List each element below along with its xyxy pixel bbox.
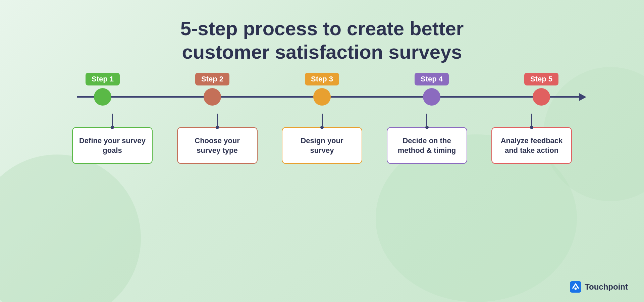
step-card-4: Decide on the method & timing — [387, 127, 467, 164]
step-circle-4 — [423, 88, 440, 106]
steps-row: Step 1Step 2Step 3Step 4Step 5 — [64, 87, 580, 107]
svg-rect-0 — [570, 281, 581, 293]
step-card-wrapper-4: Decide on the method & timing — [385, 114, 469, 164]
step-point-2: Step 2 — [204, 88, 221, 106]
step-point-1: Step 1 — [94, 88, 111, 106]
step-circle-5 — [533, 88, 550, 106]
step-card-2: Choose your survey type — [177, 127, 258, 164]
timeline-area: Step 1Step 2Step 3Step 4Step 5 Define yo… — [64, 87, 580, 164]
step-card-3: Design your survey — [282, 127, 362, 164]
step-card-wrapper-1: Define your survey goals — [70, 114, 154, 164]
step-point-4: Step 4 — [423, 88, 440, 106]
timeline-row: Step 1Step 2Step 3Step 4Step 5 — [64, 87, 580, 107]
svg-point-1 — [575, 288, 577, 290]
step-card-wrapper-2: Choose your survey type — [175, 114, 259, 164]
step-card-5: Analyze feedback and take action — [491, 127, 572, 164]
step-point-3: Step 3 — [313, 88, 331, 106]
cards-row: Define your survey goalsChoose your surv… — [64, 114, 580, 164]
step-point-5: Step 5 — [533, 88, 550, 106]
step-label-1: Step 1 — [86, 73, 120, 85]
connector-line-2 — [217, 114, 218, 127]
page-container: 5-step process to create better customer… — [0, 0, 644, 302]
step-card-wrapper-3: Design your survey — [280, 114, 364, 164]
step-circle-3 — [313, 88, 331, 106]
step-label-5: Step 5 — [524, 73, 558, 85]
step-card-1: Define your survey goals — [72, 127, 153, 164]
logo: Touchpoint — [570, 281, 628, 293]
logo-text: Touchpoint — [585, 282, 628, 292]
step-circle-1 — [94, 88, 111, 106]
step-label-2: Step 2 — [195, 73, 229, 85]
step-circle-2 — [204, 88, 221, 106]
page-title: 5-step process to create better customer… — [180, 17, 464, 63]
touchpoint-logo-icon — [570, 281, 581, 293]
connector-line-5 — [531, 114, 532, 127]
connector-line-1 — [112, 114, 113, 127]
step-label-4: Step 4 — [415, 73, 449, 85]
connector-line-4 — [426, 114, 427, 127]
step-label-3: Step 3 — [305, 73, 339, 85]
connector-line-3 — [322, 114, 323, 127]
step-card-wrapper-5: Analyze feedback and take action — [490, 114, 574, 164]
